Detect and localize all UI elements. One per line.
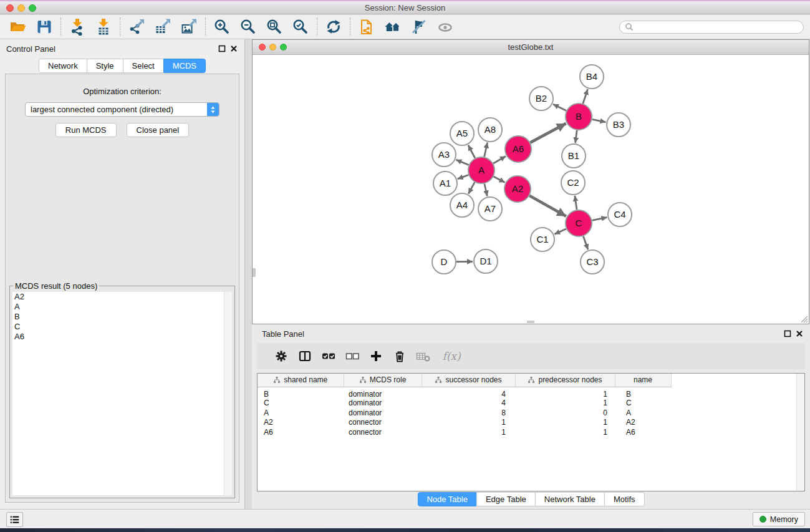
- node-B4[interactable]: B4: [580, 65, 604, 89]
- tab-network-table[interactable]: Network Table: [535, 492, 605, 506]
- edge-C-C3[interactable]: [583, 236, 588, 250]
- close-panel-icon[interactable]: [796, 330, 803, 337]
- column-header-name[interactable]: name: [615, 374, 671, 387]
- zoom-out-button[interactable]: [235, 16, 261, 37]
- edge-A-A7[interactable]: [485, 184, 488, 196]
- tab-style[interactable]: Style: [87, 59, 123, 73]
- edge-A-A6[interactable]: [493, 157, 506, 164]
- node-A5[interactable]: A5: [450, 122, 474, 145]
- close-panel-button[interactable]: Close panel: [127, 123, 190, 137]
- delete-table-button[interactable]: [412, 346, 435, 367]
- tab-node-table[interactable]: Node Table: [417, 492, 477, 506]
- table-row-C[interactable]: Cdominator41C: [258, 399, 804, 409]
- edge-A-A1[interactable]: [458, 175, 469, 179]
- node-C4[interactable]: C4: [608, 203, 632, 226]
- node-C1[interactable]: C1: [531, 228, 554, 251]
- node-B3[interactable]: B3: [607, 113, 630, 137]
- table-row-A[interactable]: Adominator80A: [258, 408, 804, 418]
- column-header-shared-name[interactable]: shared name: [258, 374, 344, 387]
- apply-layout-button[interactable]: [321, 16, 347, 37]
- node-A4[interactable]: A4: [450, 193, 474, 217]
- edge-A-A8[interactable]: [485, 143, 488, 157]
- export-network-button[interactable]: [123, 16, 150, 37]
- zoom-selected-button[interactable]: [287, 16, 314, 37]
- edge-A6-B[interactable]: [530, 123, 566, 143]
- tab-mcds[interactable]: MCDS: [163, 59, 206, 73]
- zoom-in-button[interactable]: [209, 16, 235, 37]
- tab-motifs[interactable]: Motifs: [604, 492, 645, 506]
- save-session-button[interactable]: [31, 16, 57, 37]
- result-item-C[interactable]: C: [12, 322, 232, 332]
- select-all-checkboxes-button[interactable]: [317, 346, 340, 367]
- node-A1[interactable]: A1: [433, 172, 457, 195]
- edge-B-B3[interactable]: [592, 119, 606, 122]
- horizontal-scroll-thumb[interactable]: [527, 321, 534, 323]
- node-B[interactable]: B: [566, 104, 592, 130]
- node-C[interactable]: C: [566, 210, 592, 236]
- node-C2[interactable]: C2: [561, 171, 585, 195]
- toggle-graphics-details-button[interactable]: [406, 16, 432, 37]
- tab-edge-table[interactable]: Edge Table: [476, 492, 536, 506]
- float-panel-icon[interactable]: [218, 45, 226, 52]
- network-canvas[interactable]: B4B2BB3A8A5A6A3B1AC2A1A2A4A7C4CC1C3DD1: [253, 56, 809, 324]
- vertical-scroll-thumb[interactable]: [253, 268, 256, 277]
- node-D1[interactable]: D1: [474, 249, 498, 273]
- edge-C-C4[interactable]: [592, 217, 607, 220]
- edge-B-B4[interactable]: [583, 89, 588, 104]
- result-scrollbar[interactable]: [224, 292, 232, 495]
- deselect-all-checkboxes-button[interactable]: [340, 346, 364, 367]
- node-A8[interactable]: A8: [478, 118, 502, 142]
- create-column-button[interactable]: [364, 346, 388, 367]
- open-session-button[interactable]: [5, 16, 31, 37]
- node-A3[interactable]: A3: [432, 143, 456, 167]
- edge-C-C1[interactable]: [554, 229, 566, 234]
- edge-A-A4[interactable]: [468, 182, 475, 193]
- result-item-A2[interactable]: A2: [12, 292, 232, 302]
- network-from-file-button[interactable]: [354, 16, 380, 37]
- table-row-A6[interactable]: A6connector11A6: [258, 427, 804, 437]
- import-network-button[interactable]: [64, 16, 90, 37]
- optimization-criterion-dropdown[interactable]: largest connected component (directed): [25, 102, 219, 117]
- show-columns-button[interactable]: [293, 346, 317, 367]
- result-item-A[interactable]: A: [12, 302, 232, 312]
- column-header-predecessor-nodes[interactable]: predecessor nodes: [515, 374, 615, 387]
- close-panel-icon[interactable]: [230, 45, 238, 52]
- show-panels-button[interactable]: [6, 512, 23, 527]
- edge-A-A2[interactable]: [494, 177, 505, 182]
- result-item-B[interactable]: B: [12, 312, 232, 322]
- edge-B-B1[interactable]: [576, 130, 577, 143]
- edge-C-C2[interactable]: [575, 196, 577, 210]
- result-item-A6[interactable]: A6: [12, 332, 232, 342]
- import-table-button[interactable]: [90, 16, 117, 37]
- zoom-fit-button[interactable]: [261, 16, 287, 37]
- table-options-button[interactable]: [269, 346, 293, 367]
- table-scrollbar[interactable]: [796, 374, 804, 491]
- tab-network[interactable]: Network: [39, 59, 87, 73]
- home-views-button[interactable]: [380, 16, 406, 37]
- node-A6[interactable]: A6: [505, 136, 531, 162]
- node-B1[interactable]: B1: [562, 144, 586, 168]
- node-B2[interactable]: B2: [529, 87, 553, 110]
- column-header-MCDS-role[interactable]: MCDS role: [344, 374, 422, 387]
- tab-select[interactable]: Select: [123, 59, 164, 73]
- node-A[interactable]: A: [468, 157, 494, 183]
- resize-grip[interactable]: [800, 315, 808, 323]
- node-C3[interactable]: C3: [581, 250, 604, 274]
- export-table-button[interactable]: [150, 16, 176, 37]
- edge-B-B2[interactable]: [553, 104, 566, 110]
- edge-A2-C[interactable]: [529, 196, 566, 216]
- export-image-button[interactable]: [176, 16, 202, 37]
- run-mcds-button[interactable]: Run MCDS: [55, 123, 117, 137]
- column-header-successor-nodes[interactable]: successor nodes: [422, 374, 515, 387]
- float-panel-icon[interactable]: [784, 330, 791, 337]
- table-row-A2[interactable]: A2connector11A2: [258, 418, 804, 428]
- node-A7[interactable]: A7: [478, 197, 502, 221]
- show-hide-button[interactable]: [432, 16, 458, 37]
- node-A2[interactable]: A2: [504, 176, 531, 202]
- delete-columns-button[interactable]: [388, 346, 412, 367]
- memory-button[interactable]: Memory: [753, 512, 805, 526]
- table-row-B[interactable]: Bdominator41B: [258, 387, 804, 399]
- edge-A-A3[interactable]: [456, 160, 468, 165]
- function-builder-button[interactable]: f(x): [435, 346, 468, 367]
- search-input[interactable]: [634, 22, 798, 31]
